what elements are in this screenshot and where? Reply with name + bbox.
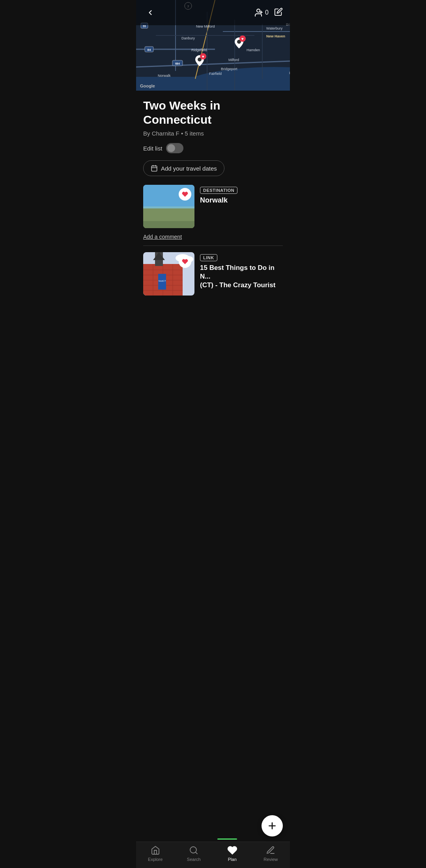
svg-rect-78 — [143, 221, 194, 228]
trip-content: Two Weeks in Connecticut By Charnita F •… — [136, 91, 290, 296]
item-image-wrap-link: VisitCT — [143, 252, 194, 296]
calendar-icon — [151, 165, 158, 172]
item-name-norwalk: Norwalk — [200, 196, 283, 204]
svg-text:Waterbury: Waterbury — [266, 26, 283, 30]
edit-list-toggle[interactable] — [166, 143, 183, 153]
svg-text:Fairfield: Fairfield — [209, 72, 222, 76]
list-item: DESTINATION Norwalk — [143, 185, 283, 228]
svg-text:VisitCT: VisitCT — [158, 280, 166, 282]
destination-badge: DESTINATION — [200, 187, 237, 194]
trip-title: Two Weeks in Connecticut — [143, 99, 283, 127]
svg-text:Hamden: Hamden — [247, 48, 260, 52]
add-dates-label: Add your travel dates — [161, 165, 217, 172]
svg-text:84: 84 — [148, 48, 151, 52]
svg-rect-5 — [136, 77, 290, 91]
svg-rect-77 — [143, 217, 194, 222]
svg-text:♥: ♥ — [241, 37, 244, 41]
svg-rect-76 — [143, 208, 194, 218]
add-comment-link[interactable]: Add a comment — [143, 228, 283, 245]
item-info-norwalk: DESTINATION Norwalk — [200, 185, 283, 228]
trip-items-count: 5 items — [185, 130, 204, 137]
svg-text:Milford: Milford — [228, 58, 239, 62]
link-badge: LINK — [200, 254, 217, 261]
item-heart-button-norwalk[interactable] — [179, 188, 191, 201]
svg-text:Bridgeport: Bridgeport — [221, 67, 237, 71]
item-image-wrap — [143, 185, 194, 228]
heart-icon — [182, 258, 188, 265]
trip-author: By Charnita F — [143, 130, 179, 137]
item-name-link: 15 Best Things to Do in N...(CT) - The C… — [200, 264, 283, 290]
item-info-link: LINK 15 Best Things to Do in N...(CT) - … — [200, 252, 283, 296]
svg-text:Ridgefield: Ridgefield — [191, 48, 207, 52]
svg-rect-70 — [151, 166, 157, 171]
svg-point-0 — [257, 9, 260, 12]
svg-rect-75 — [143, 206, 194, 210]
svg-text:Google: Google — [140, 84, 155, 88]
top-nav-actions: 0 — [254, 7, 283, 18]
trip-meta: By Charnita F • 5 items — [143, 130, 283, 137]
add-travel-dates-button[interactable]: Add your travel dates — [143, 160, 224, 176]
trip-separator: • — [181, 130, 185, 137]
list-item: VisitCT LINK 15 Best Things to Do in N..… — [143, 246, 283, 296]
svg-text:♥: ♥ — [202, 54, 204, 59]
svg-text:55: 55 — [143, 25, 146, 28]
svg-text:New Haven: New Haven — [266, 34, 285, 38]
top-navigation: 0 — [136, 0, 290, 25]
add-friend-button[interactable]: 0 — [254, 8, 269, 17]
notification-count: 0 — [265, 9, 269, 16]
edit-list-row: Edit list — [143, 143, 283, 153]
svg-text:Danbury: Danbury — [181, 36, 195, 40]
heart-icon — [182, 191, 188, 197]
edit-button[interactable] — [274, 7, 283, 18]
svg-text:684: 684 — [175, 62, 180, 65]
edit-list-label: Edit list — [143, 145, 162, 152]
back-button[interactable] — [143, 6, 157, 20]
item-heart-button-link[interactable] — [179, 255, 191, 268]
svg-text:Long Island Sound: Long Island Sound — [289, 71, 290, 75]
svg-text:Norwalk: Norwalk — [158, 74, 171, 78]
